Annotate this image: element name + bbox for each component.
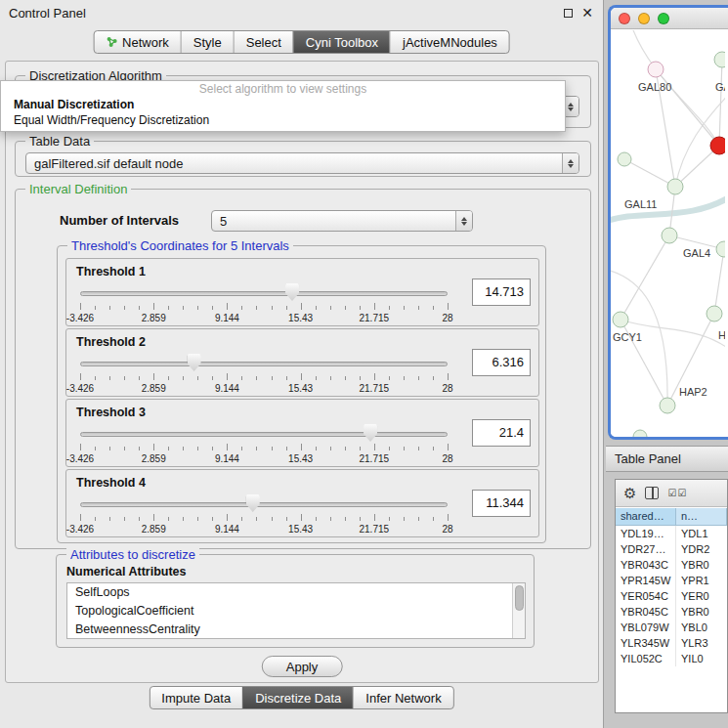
number-of-intervals-select[interactable]: 5 (211, 210, 473, 232)
tab-cyni-toolbox[interactable]: Cyni Toolbox (293, 31, 390, 53)
tick-mark (404, 447, 405, 450)
tab-jactivemnodules[interactable]: jActiveMNodules (390, 31, 509, 53)
table-cell[interactable]: YIL052C (616, 651, 676, 666)
tab-network[interactable]: Network (94, 31, 181, 53)
table-cell[interactable]: YBR0 (676, 557, 727, 573)
zoom-button[interactable] (658, 13, 669, 24)
scale-label: 2.859 (142, 383, 166, 394)
tick-mark (212, 447, 213, 450)
threshold-slider[interactable]: -3.4262.8599.14415.4321.71528 (80, 493, 448, 536)
threshold-slider[interactable]: -3.4262.8599.14415.4321.71528 (80, 353, 448, 396)
network-node[interactable] (662, 228, 677, 243)
select-columns-icon[interactable]: ☑☑ (667, 489, 687, 498)
tick-mark (241, 447, 242, 450)
table-cell[interactable]: YPR1 (676, 573, 727, 588)
column-header[interactable]: shared… (616, 508, 676, 526)
threshold-slider[interactable]: -3.4262.8599.14415.4321.71528 (80, 423, 448, 466)
table-cell[interactable]: YLR3 (676, 635, 727, 651)
combo-stepper-icon[interactable] (455, 211, 472, 231)
list-item[interactable]: BetweennessCentrality (67, 621, 525, 639)
slider-track[interactable] (80, 432, 448, 437)
close-button[interactable] (619, 13, 630, 24)
table-row[interactable]: YER054CYER0 (616, 588, 727, 604)
slider-thumb-icon[interactable] (246, 494, 260, 512)
algorithm-option[interactable]: Equal Width/Frequency Discretization (1, 112, 565, 128)
network-node[interactable] (618, 152, 631, 166)
attribute-list[interactable]: SelfLoopsTopologicalCoefficientBetweenne… (66, 582, 526, 639)
tick-mark (241, 306, 242, 310)
threshold-value-field[interactable]: 6.316 (472, 349, 531, 376)
slider-track[interactable] (80, 502, 448, 507)
node-label: GAL11 (624, 198, 657, 210)
table-cell[interactable]: YLR345W (616, 635, 676, 651)
table-cell[interactable]: YER054C (616, 588, 676, 604)
network-node[interactable] (660, 398, 675, 413)
tick-mark (95, 306, 96, 310)
tick-mark (183, 306, 184, 310)
threshold-value-field[interactable]: 21.4 (472, 419, 531, 447)
table-cell[interactable]: YBR0 (676, 604, 727, 620)
table-cell[interactable]: YDR27… (616, 541, 676, 557)
table-row[interactable]: YBR043CYBR0 (616, 557, 727, 573)
tab-style[interactable]: Style (181, 31, 234, 53)
table-cell[interactable]: YIL0 (676, 651, 727, 666)
float-window-icon[interactable] (564, 9, 573, 18)
network-node[interactable] (714, 52, 725, 67)
table-cell[interactable]: YBR045C (616, 604, 676, 620)
threshold-value-field[interactable]: 11.344 (472, 490, 531, 517)
table-row[interactable]: YBL079WYBL0 (616, 620, 727, 635)
algorithm-option[interactable]: Manual Discretization (1, 97, 565, 112)
network-node[interactable] (716, 241, 725, 257)
table-cell[interactable]: YPR145W (616, 573, 676, 588)
table-row[interactable]: YLR345WYLR3 (616, 635, 727, 651)
slider-ticks (80, 514, 448, 522)
network-node[interactable] (648, 62, 664, 77)
scrollbar-thumb[interactable] (515, 585, 524, 611)
slider-thumb-icon[interactable] (188, 354, 201, 371)
network-node[interactable] (633, 430, 647, 437)
gear-icon[interactable]: ⚙ (623, 486, 636, 500)
network-node[interactable] (667, 179, 683, 194)
table-cell[interactable]: YDR2 (676, 541, 727, 557)
table-cell[interactable]: YBL0 (676, 620, 727, 635)
list-item[interactable]: TopologicalCoefficient (67, 602, 525, 621)
table-row[interactable]: YDR27…YDR2 (616, 541, 727, 557)
table-cell[interactable]: YER0 (676, 588, 727, 604)
tab-infer-network[interactable]: Infer Network (353, 687, 452, 708)
slider-thumb-icon[interactable] (364, 424, 377, 442)
interval-definition-group: Interval Definition Number of Intervals … (15, 189, 591, 549)
table-row[interactable]: YDL19…YDL1 (616, 526, 727, 541)
network-edge (621, 236, 669, 320)
table-row[interactable]: YBR045CYBR0 (616, 604, 727, 620)
network-node[interactable] (710, 137, 725, 154)
slider-track[interactable] (80, 362, 448, 366)
columns-icon[interactable] (645, 487, 659, 499)
slider-thumb-icon[interactable] (285, 283, 299, 301)
network-node[interactable] (707, 306, 722, 321)
table-cell[interactable]: YBR043C (616, 557, 676, 573)
column-header[interactable]: n… (676, 508, 727, 526)
table-cell[interactable]: YDL19… (616, 526, 676, 541)
threshold-value-field[interactable]: 14.713 (472, 278, 531, 306)
table-data-select[interactable]: galFiltered.sif default node (25, 152, 579, 174)
scale-label: 21.715 (360, 453, 390, 464)
table-cell[interactable]: YDL1 (676, 526, 727, 541)
apply-button[interactable]: Apply (262, 656, 343, 677)
slider-track[interactable] (80, 291, 448, 296)
combo-stepper-icon[interactable] (562, 153, 578, 173)
network-canvas[interactable]: GAL80GAGAL11GAL4GCY1HHAP2 (611, 30, 725, 437)
tick-mark (418, 517, 419, 521)
scrollbar[interactable] (512, 583, 525, 638)
threshold-slider[interactable]: -3.4262.8599.14415.4321.71528 (80, 282, 448, 325)
minimize-button[interactable] (638, 13, 650, 24)
table-row[interactable]: YIL052CYIL0 (616, 651, 727, 666)
table-cell[interactable]: YBL079W (616, 620, 676, 635)
list-item[interactable]: SelfLoops (67, 583, 525, 602)
scale-label: 2.859 (142, 524, 166, 535)
tab-discretize-data[interactable]: Discretize Data (242, 687, 353, 708)
tab-impute-data[interactable]: Impute Data (150, 687, 242, 708)
table-row[interactable]: YPR145WYPR1 (616, 573, 727, 588)
close-icon[interactable]: ✕ (581, 7, 593, 19)
network-node[interactable] (613, 312, 628, 327)
tab-select[interactable]: Select (234, 31, 293, 53)
